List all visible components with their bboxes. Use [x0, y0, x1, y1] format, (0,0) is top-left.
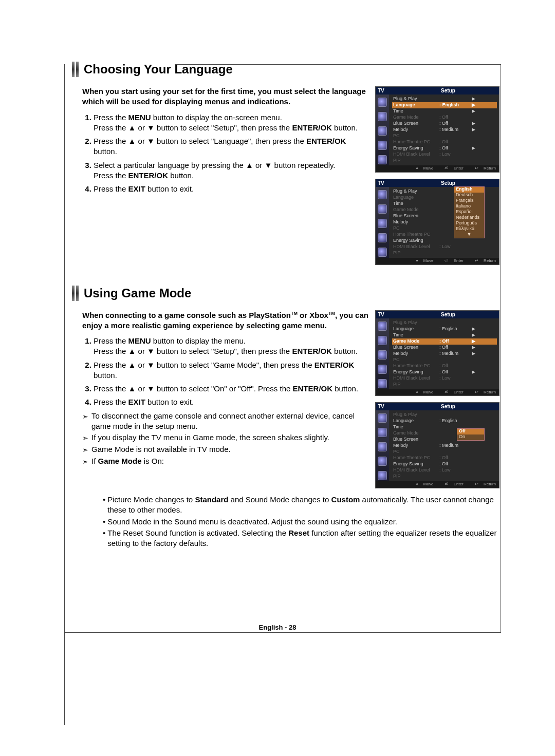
section1-text: When you start using your set for the fi…	[67, 86, 369, 271]
section2-text: When connecting to a game console such a…	[67, 310, 369, 495]
step-3: Press the ▲ or ▼ button to select "On" o…	[94, 384, 369, 394]
section2-notes: ➣To disconnect the game console and conn…	[82, 411, 369, 467]
section1-steps: Press the MENU button to display the on-…	[82, 112, 369, 195]
step-2: Press the ▲ or ▼ button to select "Langu…	[94, 136, 369, 157]
section-title-text: Using Game Mode	[84, 286, 191, 300]
page-number: English - 28	[259, 623, 297, 631]
page-border-top	[175, 64, 501, 65]
manual-page: Choosing Your Language When you start us…	[0, 0, 555, 756]
step-4: Press the EXIT button to exit.	[94, 184, 369, 194]
note-arrow-icon: ➣	[82, 445, 88, 455]
osd-column-1: TV Setup Plug & Play▶ Language: English▶	[375, 86, 498, 271]
osd-setup-gamemode-dropdown: TVSetup Plug & Play Language: English Ti…	[375, 402, 499, 488]
footer-move: ♦ Move	[412, 166, 434, 171]
footer-enter: ⏎ Enter	[440, 166, 463, 171]
step-1: Press the MENU button to display the men…	[94, 336, 369, 357]
osd-icon	[378, 141, 387, 150]
heading-bars-icon	[72, 62, 79, 77]
step-2: Press the ▲ or ▼ button to select "Game …	[94, 360, 369, 381]
osd-icon	[378, 155, 387, 164]
section2-intro: When connecting to a game console such a…	[82, 310, 369, 331]
osd-setup-gamemode-selected: TVSetup Plug & Play Language: English▶ T…	[375, 310, 499, 396]
section-heading-gamemode: Using Game Mode	[72, 286, 498, 301]
osd-setup-language-dropdown: TV Setup Plug & Play Language Time	[375, 179, 499, 265]
section1-intro: When you start using your set for the fi…	[82, 86, 369, 107]
page-border-right	[501, 64, 501, 633]
osd-setup-language-selected: TV Setup Plug & Play▶ Language: English▶	[375, 86, 499, 173]
footer-return: ↩ Return	[471, 166, 496, 171]
step-4: Press the EXIT button to exit.	[94, 397, 369, 407]
note-arrow-icon: ➣	[82, 457, 88, 467]
osd-icon	[378, 98, 387, 107]
page-footer: English - 28	[0, 622, 555, 632]
language-dropdown: English Deutsch Français Italiano Españo…	[454, 186, 485, 238]
osd-column-2: TVSetup Plug & Play Language: English▶ T…	[375, 310, 498, 495]
osd-row-language: Language: English▶	[392, 102, 497, 108]
page-border-bottom	[64, 632, 501, 633]
gamemode-dropdown: Off On	[457, 428, 485, 441]
step-1: Press the MENU button to display the on-…	[94, 112, 369, 134]
osd-icon	[378, 112, 387, 121]
section2-steps: Press the MENU button to display the men…	[82, 336, 369, 408]
osd-icon	[378, 126, 387, 136]
osd-row-gamemode: Game Mode: Off▶	[392, 338, 497, 345]
note-arrow-icon: ➣	[82, 433, 88, 443]
gamemode-sub-bullets: •Picture Mode changes to Standard and So…	[67, 495, 498, 549]
note-arrow-icon: ➣	[82, 412, 88, 422]
section2-content: When connecting to a game console such a…	[67, 310, 498, 495]
step-3: Select a particular language by pressing…	[94, 160, 369, 181]
section1-content: When you start using your set for the fi…	[67, 86, 498, 271]
heading-bars-icon	[72, 286, 79, 301]
